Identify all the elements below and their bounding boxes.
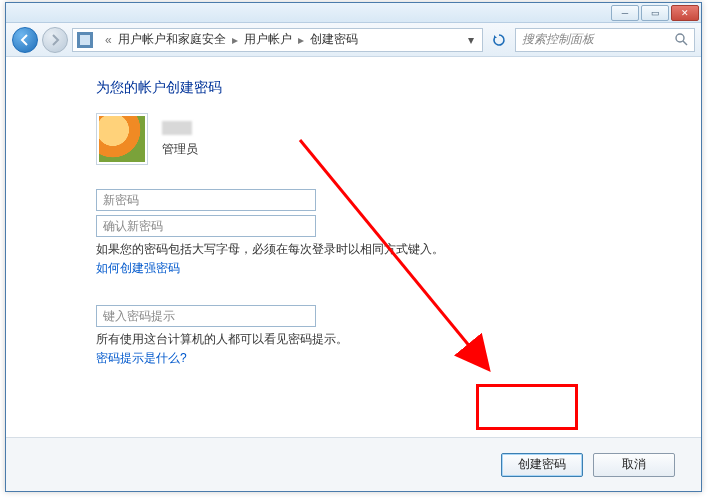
search-placeholder: 搜索控制面板 [522, 31, 594, 48]
breadcrumb-seg-2[interactable]: 用户帐户 [244, 31, 292, 48]
account-summary: 管理员 [96, 113, 701, 165]
minimize-button[interactable]: ─ [611, 5, 639, 21]
nav-back-button[interactable] [12, 27, 38, 53]
search-icon [675, 33, 688, 46]
account-role: 管理员 [162, 140, 198, 158]
input-placeholder: 确认新密码 [103, 218, 163, 235]
close-button[interactable]: ✕ [671, 5, 699, 21]
confirm-password-input[interactable]: 确认新密码 [96, 215, 316, 237]
svg-line-1 [683, 41, 687, 45]
page-title: 为您的帐户创建密码 [96, 79, 701, 97]
control-panel-window: ─ ▭ ✕ « 用户帐户和家庭安全 ▸ 用户帐户 ▸ 创建密码 ▾ 搜索控制面板 [5, 2, 702, 492]
nav-forward-button[interactable] [42, 27, 68, 53]
page-content: 为您的帐户创建密码 管理员 新密码 确认新密码 如果您的密码包括大写字母，必须在… [6, 57, 701, 437]
window-titlebar: ─ ▭ ✕ [6, 3, 701, 23]
search-input[interactable]: 搜索控制面板 [515, 28, 695, 52]
nav-toolbar: « 用户帐户和家庭安全 ▸ 用户帐户 ▸ 创建密码 ▾ 搜索控制面板 [6, 23, 701, 57]
address-breadcrumb[interactable]: « 用户帐户和家庭安全 ▸ 用户帐户 ▸ 创建密码 ▾ [72, 28, 483, 52]
chevron-right-icon: ▸ [298, 33, 304, 47]
strong-password-link[interactable]: 如何创建强密码 [96, 260, 180, 277]
svg-point-0 [676, 34, 684, 42]
input-placeholder: 新密码 [103, 192, 139, 209]
maximize-button[interactable]: ▭ [641, 5, 669, 21]
user-avatar [96, 113, 148, 165]
account-text: 管理员 [162, 121, 198, 158]
create-password-button[interactable]: 创建密码 [501, 453, 583, 477]
control-panel-icon [77, 32, 93, 48]
new-password-input[interactable]: 新密码 [96, 189, 316, 211]
breadcrumb-dropdown[interactable]: ▾ [464, 33, 478, 47]
hint-warning-text: 所有使用这台计算机的人都可以看见密码提示。 [96, 331, 701, 348]
breadcrumb-seg-1[interactable]: 用户帐户和家庭安全 [118, 31, 226, 48]
account-name-redacted [162, 121, 192, 135]
cancel-button[interactable]: 取消 [593, 453, 675, 477]
breadcrumb-sep: « [105, 33, 112, 47]
chevron-right-icon: ▸ [232, 33, 238, 47]
hint-help-link[interactable]: 密码提示是什么? [96, 350, 187, 367]
breadcrumb-seg-3[interactable]: 创建密码 [310, 31, 358, 48]
refresh-button[interactable] [487, 28, 511, 52]
dialog-button-bar: 创建密码 取消 [6, 437, 701, 491]
password-hint-input[interactable]: 键入密码提示 [96, 305, 316, 327]
caps-warning-text: 如果您的密码包括大写字母，必须在每次登录时以相同方式键入。 [96, 241, 701, 258]
input-placeholder: 键入密码提示 [103, 308, 175, 325]
